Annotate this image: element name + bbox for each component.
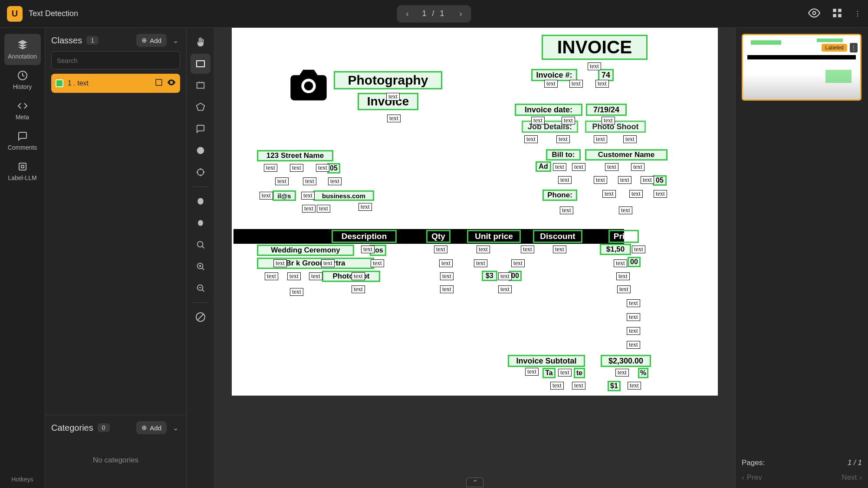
annotation[interactable]: Price <box>608 230 639 243</box>
expand-handle[interactable]: ⌃ <box>466 478 483 487</box>
rectangle-tool[interactable] <box>191 54 210 74</box>
nav-label-llm[interactable]: Label-LLM <box>4 156 41 187</box>
blob1-tool[interactable] <box>191 191 210 211</box>
annotation-tag[interactable]: text <box>498 285 512 293</box>
annotation[interactable]: Ad <box>536 161 551 172</box>
thumb-menu[interactable]: ⋮ <box>850 43 858 52</box>
annotation-tag[interactable]: text <box>265 272 278 280</box>
annotation-tag[interactable]: text <box>524 135 538 143</box>
annotation-tag[interactable]: text <box>309 272 322 280</box>
annotation-tag[interactable]: text <box>439 259 453 267</box>
grid-icon[interactable] <box>832 7 843 20</box>
annotation-tag[interactable]: text <box>317 205 330 213</box>
annotation[interactable]: Invoice date: <box>515 104 582 116</box>
annotation[interactable]: 7/19/24 <box>586 104 627 116</box>
annotation-tag[interactable]: text <box>627 341 640 349</box>
nav-meta[interactable]: Meta <box>4 95 41 126</box>
disable-tool[interactable] <box>191 307 210 327</box>
annotation[interactable]: Photo Shoot <box>585 121 646 133</box>
canvas-area[interactable]: INVOICE Photography Invoice Invoice #: 7… <box>214 28 735 488</box>
annotation-tag[interactable]: text <box>352 285 365 293</box>
polygon-tool[interactable] <box>191 97 210 117</box>
circle-tool[interactable] <box>191 141 210 160</box>
annotation[interactable]: $1 <box>608 381 621 391</box>
annotation-tag[interactable]: text <box>544 80 558 88</box>
annotation[interactable]: 00 <box>628 257 641 267</box>
next-button[interactable]: Next › <box>842 473 862 482</box>
annotation-tag[interactable]: text <box>275 177 289 185</box>
annotation-tag[interactable]: text <box>303 177 316 185</box>
annotation[interactable]: $2,300.00 <box>601 355 651 367</box>
annotation-tag[interactable]: text <box>618 176 631 184</box>
annotation-tag[interactable]: text <box>477 246 490 253</box>
annotation-tag[interactable]: text <box>615 369 629 377</box>
annotation[interactable]: business.com <box>313 190 374 201</box>
annotation-tag[interactable]: text <box>386 93 400 101</box>
annotation-tag[interactable]: text <box>628 382 641 390</box>
annotation-tag[interactable]: text <box>474 259 487 267</box>
annotation[interactable]: Phone: <box>542 190 577 201</box>
annotation[interactable]: Unit price <box>467 230 521 243</box>
annotation[interactable]: Discount <box>533 230 582 243</box>
annotation-tag[interactable]: text <box>352 272 365 280</box>
annotation[interactable]: Customer Name <box>585 149 667 160</box>
annotation-tag[interactable]: text <box>602 117 615 124</box>
annotation[interactable]: Bill to: <box>546 149 581 160</box>
annotation-tag[interactable]: text <box>358 203 372 211</box>
annotation-tag[interactable]: text <box>328 177 342 185</box>
blob2-tool[interactable] <box>191 213 210 233</box>
annotation-tag[interactable]: text <box>371 259 384 267</box>
zoom-out-tool[interactable] <box>191 278 210 298</box>
pan-tool[interactable] <box>191 32 210 52</box>
annotation-tag[interactable]: text <box>572 382 585 390</box>
annotation-tag[interactable]: text <box>301 192 315 200</box>
annotation-tag[interactable]: text <box>361 246 375 253</box>
prev-page-button[interactable]: ‹ <box>401 8 413 20</box>
annotation-tag[interactable]: text <box>556 135 570 143</box>
annotation-tag[interactable]: text <box>553 163 566 171</box>
annotation-tag[interactable]: text <box>617 285 631 293</box>
annotation-tag[interactable]: text <box>560 206 573 214</box>
annotation-tag[interactable]: text <box>553 246 566 253</box>
document-image[interactable]: INVOICE Photography Invoice Invoice #: 7… <box>232 28 718 396</box>
annotation-tag[interactable]: text <box>287 272 301 280</box>
annotation-tag[interactable]: text <box>627 327 640 335</box>
add-category-button[interactable]: ⊕ Add <box>136 421 167 434</box>
annotation-tag[interactable]: text <box>641 176 654 184</box>
annotation[interactable]: Photoboot <box>322 271 380 282</box>
kebab-icon[interactable]: ⋮ <box>854 10 861 18</box>
annotation[interactable]: te <box>574 368 585 378</box>
annotation-tag[interactable]: text <box>264 164 277 172</box>
search-tool[interactable] <box>191 235 210 255</box>
thumbnail[interactable]: Labeled ⋮ <box>742 34 861 101</box>
annotation-tag[interactable]: text <box>629 190 643 198</box>
annotation-tag[interactable]: text <box>434 246 447 253</box>
annotation-tag[interactable]: text <box>321 259 335 267</box>
annotation-tag[interactable]: text <box>521 246 534 253</box>
annotation-tag[interactable]: text <box>387 115 401 122</box>
annotation-tag[interactable]: text <box>440 285 454 293</box>
annotation[interactable]: 74 <box>598 69 614 81</box>
chevron-down-icon[interactable]: ⌄ <box>171 422 180 434</box>
annotation[interactable]: Photography <box>334 71 442 89</box>
annotation[interactable]: Invoice #: <box>531 69 577 81</box>
annotation-tag[interactable]: text <box>498 272 512 280</box>
eye-icon[interactable] <box>167 78 176 88</box>
annotation-tag[interactable]: text <box>290 288 303 296</box>
annotation-tag[interactable]: text <box>273 259 287 267</box>
nav-comments[interactable]: Comments <box>4 126 41 156</box>
annotation-tag[interactable]: text <box>631 163 644 171</box>
annotation-tag[interactable]: text <box>558 176 572 184</box>
nav-annotation[interactable]: Annotation <box>4 34 41 65</box>
annotation-tag[interactable]: text <box>511 259 525 267</box>
annotation-tag[interactable]: text <box>525 368 539 376</box>
add-class-button[interactable]: ⊕ Add <box>136 34 167 47</box>
annotation-tag[interactable]: text <box>594 176 607 184</box>
annotation-tag[interactable]: text <box>623 135 637 143</box>
annotation[interactable]: Ta <box>542 368 556 378</box>
chat-tool[interactable] <box>191 119 210 139</box>
annotation-tag[interactable]: text <box>594 135 607 143</box>
annotation[interactable]: 05 <box>653 175 667 186</box>
target-tool[interactable] <box>191 162 210 182</box>
annotation[interactable]: INVOICE <box>542 35 648 60</box>
